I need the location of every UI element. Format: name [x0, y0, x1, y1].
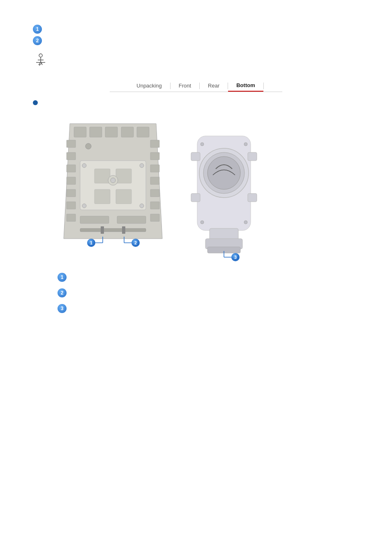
svg-rect-22 [150, 177, 159, 184]
section-bullet-row [33, 100, 359, 111]
svg-rect-10 [121, 127, 134, 137]
svg-point-62 [244, 221, 247, 224]
item-bullet-1: 1 [58, 273, 67, 282]
bullet-1: 1 [33, 25, 42, 34]
item-row-3: 3 [58, 304, 359, 316]
svg-point-27 [82, 164, 86, 168]
item-bullet-3: 3 [58, 304, 67, 313]
svg-rect-37 [80, 216, 109, 223]
images-row: 1 2 [58, 115, 359, 265]
svg-rect-40 [101, 226, 104, 234]
top-bullets-section: 1 2 [33, 25, 359, 45]
bullet-row-2: 2 [33, 36, 359, 45]
svg-rect-7 [74, 127, 86, 137]
svg-point-28 [140, 164, 144, 168]
svg-rect-31 [95, 169, 110, 183]
svg-point-42 [85, 143, 91, 149]
note-icon [33, 52, 48, 67]
svg-rect-57 [191, 193, 200, 202]
item-bullet-2: 2 [58, 288, 67, 297]
device-bottom-container: 1 2 [58, 115, 168, 248]
svg-rect-8 [90, 127, 102, 137]
svg-rect-9 [105, 127, 118, 137]
svg-rect-16 [67, 189, 76, 197]
svg-rect-38 [117, 216, 146, 223]
svg-point-54 [208, 157, 240, 189]
tab-rear[interactable]: Rear [200, 80, 228, 92]
nav-tabs: Unpacking Front Rear Bottom [33, 80, 359, 92]
svg-rect-56 [248, 152, 257, 161]
svg-rect-17 [67, 202, 76, 209]
svg-point-36 [111, 178, 115, 183]
svg-point-59 [201, 143, 204, 146]
svg-rect-58 [248, 193, 257, 202]
svg-rect-18 [67, 214, 76, 221]
svg-point-30 [140, 204, 144, 208]
svg-rect-20 [150, 152, 159, 160]
tab-bottom[interactable]: Bottom [228, 80, 263, 92]
svg-rect-14 [67, 165, 76, 172]
svg-point-61 [201, 221, 204, 224]
note-row [33, 52, 359, 67]
svg-rect-39 [80, 228, 146, 232]
svg-rect-24 [150, 202, 159, 209]
section-bullet [33, 100, 38, 105]
svg-rect-11 [137, 127, 149, 137]
svg-rect-13 [67, 152, 76, 160]
svg-rect-25 [150, 214, 159, 221]
svg-text:3: 3 [234, 255, 237, 260]
svg-rect-34 [116, 189, 131, 204]
device-side-container: 3 [185, 132, 263, 265]
svg-rect-41 [122, 226, 125, 234]
tab-unpacking[interactable]: Unpacking [128, 80, 170, 92]
svg-point-29 [82, 204, 86, 208]
svg-point-0 [39, 54, 42, 57]
bullet-row-1: 1 [33, 25, 359, 34]
svg-rect-55 [191, 152, 200, 161]
item-row-2: 2 [58, 288, 359, 301]
device-side-svg: 3 [185, 132, 263, 263]
svg-rect-23 [150, 189, 159, 197]
svg-rect-33 [95, 189, 110, 204]
svg-rect-19 [150, 140, 159, 147]
bottom-items-list: 1 2 3 [58, 273, 359, 316]
svg-rect-15 [67, 177, 76, 184]
tab-sep-4 [263, 83, 264, 89]
svg-point-60 [244, 143, 247, 146]
svg-rect-12 [67, 140, 76, 147]
item-row-1: 1 [58, 273, 359, 285]
bullet-2: 2 [33, 36, 42, 45]
svg-text:2: 2 [134, 240, 137, 245]
svg-rect-21 [150, 165, 159, 172]
tab-front[interactable]: Front [171, 80, 199, 92]
device-bottom-svg: 1 2 [58, 115, 168, 247]
svg-rect-32 [116, 169, 131, 183]
svg-text:1: 1 [90, 240, 92, 245]
page-wrapper: 1 2 [0, 0, 392, 555]
